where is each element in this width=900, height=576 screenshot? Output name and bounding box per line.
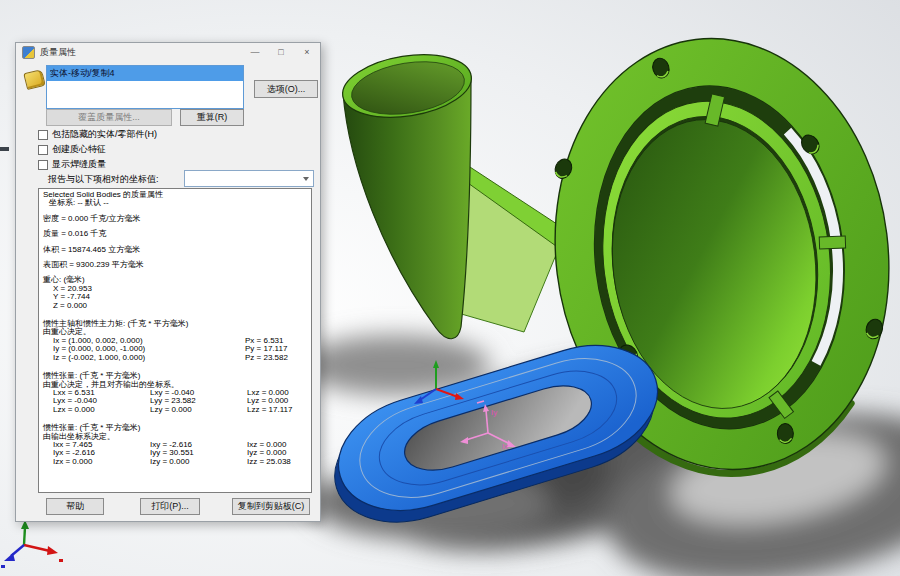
checkbox-box[interactable] [38,130,48,140]
report-mass: 质量 = 0.016 千克 [43,230,311,238]
coord-system-label: 报告与以下项相对的坐标值: [48,173,159,186]
principal-row: Iz = (-0.002, 1.000, 0.000)Pz = 23.582 [43,354,311,362]
chevron-down-icon [303,177,309,181]
mass-properties-icon [22,46,35,59]
mass-properties-dialog: 质量属性 — □ × 实体-移动/复制4 选项(O)... 覆盖质量属性... … [15,42,321,522]
minimize-button[interactable]: — [242,43,268,61]
list-item-selected-body[interactable]: 实体-移动/复制4 [47,66,243,81]
report-coordsys: 坐标系: -- 默认 -- [43,199,311,207]
solid-body-icon [23,69,46,90]
report-volume: 体积 = 15874.465 立方毫米 [43,246,311,254]
checkbox-label: 显示焊缝质量 [52,158,106,171]
dialog-titlebar[interactable]: 质量属性 — □ × [16,43,320,61]
checkbox-box[interactable] [38,160,48,170]
mass-properties-report[interactable]: Selected Solid Bodies 的质量属性 坐标系: -- 默认 -… [38,188,312,493]
checkbox-label: 包括隐藏的实体/零部件(H) [52,128,157,141]
copy-to-clipboard-button[interactable]: 复制到剪贴板(C) [232,498,310,515]
recalculate-button[interactable]: 重算(R) [180,109,244,126]
close-button[interactable]: × [294,43,320,61]
checkbox-show-weld-mass[interactable]: 显示焊缝质量 [38,159,106,170]
principal-axis-y-label: Iy [491,408,497,417]
options-button[interactable]: 选项(O)... [254,80,318,98]
checkbox-label: 创建质心特征 [52,143,106,156]
dialog-title: 质量属性 [40,46,76,59]
print-button[interactable]: 打印(P)... [140,498,200,515]
tensor-row: Izx = 0.000Izy = 0.000Izz = 25.038 [43,458,311,466]
maximize-button[interactable]: □ [268,43,294,61]
tensor-row: Lzx = 0.000Lzy = 0.000Lzz = 17.117 [43,406,311,414]
model-edge-sliver [0,147,9,151]
principal-axis-x-label: Ix [502,442,508,451]
override-mass-properties-button[interactable]: 覆盖质量属性... [46,109,172,126]
solidworks-graphics-area[interactable]: Iy Ix 质量属性 — □ × 实体-移动/复制4 选项(O)... 覆盖质量… [0,0,900,576]
report-com-z: Z = 0.000 [43,302,311,310]
coordinate-system-dropdown[interactable] [184,170,314,187]
report-density: 密度 = 0.000 千克/立方毫米 [43,215,311,223]
checkbox-create-com-feature[interactable]: 创建质心特征 [38,144,106,155]
checkbox-include-hidden-bodies[interactable]: 包括隐藏的实体/零部件(H) [38,129,157,140]
selection-listbox[interactable]: 实体-移动/复制4 [46,65,244,109]
report-surface-area: 表面积 = 9300.239 平方毫米 [43,261,311,269]
checkbox-box[interactable] [38,145,48,155]
help-button[interactable]: 帮助 [46,498,104,515]
